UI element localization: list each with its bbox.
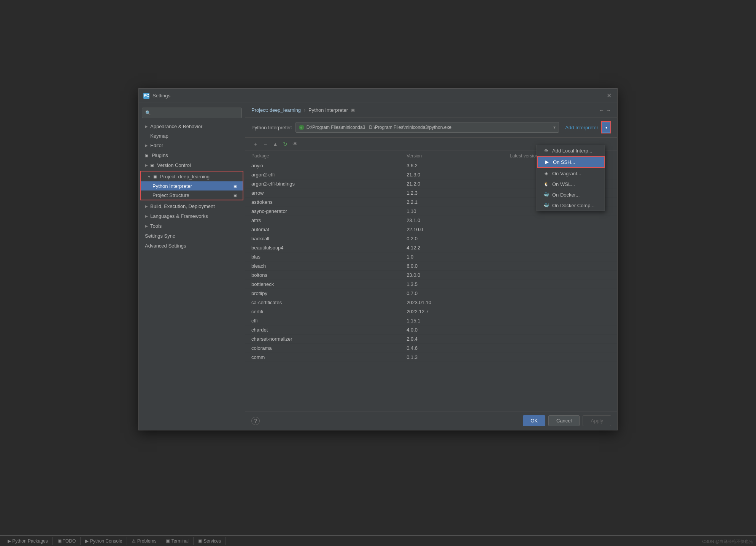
sidebar-item-label: Settings Sync	[145, 233, 175, 239]
dropdown-item-on-docker[interactable]: 🐳 On Docker...	[537, 189, 605, 200]
sidebar-item-project-structure[interactable]: Project Structure ▣	[141, 190, 243, 200]
sidebar-item-python-interpreter[interactable]: Python Interpreter ▣	[141, 181, 243, 190]
sidebar-item-label: Appearance & Behavior	[150, 124, 202, 129]
breadcrumb-parent[interactable]: Project: deep_learning	[251, 107, 301, 113]
table-row[interactable]: backcall0.2.0	[245, 234, 617, 243]
cell-version: 23.0.0	[400, 271, 503, 280]
cell-latest	[504, 325, 617, 335]
help-button[interactable]: ?	[251, 417, 260, 425]
back-arrow[interactable]: ←	[599, 107, 604, 113]
table-row[interactable]: bleach6.0.0	[245, 262, 617, 271]
cell-version: 1.10	[400, 207, 503, 216]
sidebar-item-plugins[interactable]: ▣ Plugins	[139, 150, 245, 160]
table-row[interactable]: boltons23.0.0	[245, 271, 617, 280]
expand-icon: ▶	[145, 224, 148, 228]
eye-button[interactable]: 👁	[291, 140, 299, 148]
add-interpreter-button[interactable]: Add Interpreter	[562, 123, 601, 132]
sidebar-item-tools[interactable]: ▶ Tools	[139, 221, 245, 231]
tab-python-packages[interactable]: ▶ Python Packages	[3, 537, 53, 545]
table-row[interactable]: beautifulsoup44.12.2	[245, 243, 617, 252]
dropdown-item-label: On Vagrant...	[552, 171, 581, 176]
sidebar-item-version-control[interactable]: ▶ ▣ Version Control	[139, 160, 245, 170]
ok-button[interactable]: OK	[523, 415, 545, 426]
sidebar-item-build[interactable]: ▶ Build, Execution, Deployment	[139, 201, 245, 211]
add-package-button[interactable]: +	[251, 140, 260, 148]
cell-latest	[504, 243, 617, 252]
forward-arrow[interactable]: →	[606, 107, 611, 113]
table-row[interactable]: charset-normalizer2.0.4	[245, 335, 617, 344]
bottom-bar: ▶ Python Packages ▣ TODO ▶ Python Consol…	[0, 535, 756, 546]
refresh-button[interactable]: ↻	[281, 140, 289, 148]
plugin-icon: ▣	[145, 153, 149, 157]
close-button[interactable]: ✕	[605, 92, 613, 100]
cell-latest	[504, 271, 617, 280]
dropdown-item-on-vagrant[interactable]: ◈ On Vagrant...	[537, 168, 605, 179]
cancel-button[interactable]: Cancel	[548, 415, 580, 426]
table-row[interactable]: blas1.0	[245, 252, 617, 262]
breadcrumb: Project: deep_learning › Python Interpre…	[245, 103, 617, 117]
cell-package: brotlipy	[245, 289, 400, 298]
sidebar-item-label: Keymap	[150, 133, 168, 139]
tab-python-console[interactable]: ▶ Python Console	[81, 537, 127, 545]
expand-icon: ▶	[145, 124, 148, 129]
table-row[interactable]: colorama0.4.6	[245, 344, 617, 353]
expand-icon: ▶	[145, 214, 148, 218]
tab-todo[interactable]: ▣ TODO	[53, 537, 81, 545]
cell-version: 2.0.4	[400, 335, 503, 344]
tab-problems[interactable]: ⚠ Problems	[127, 537, 161, 545]
add-interpreter-section: Add Interpreter ▾	[562, 121, 611, 133]
apply-button[interactable]: Apply	[583, 415, 611, 426]
table-row[interactable]: brotlipy0.7.0	[245, 289, 617, 298]
table-row[interactable]: chardet4.0.0	[245, 325, 617, 335]
table-row[interactable]: bottleneck1.3.5	[245, 280, 617, 289]
sidebar-item-settings-sync[interactable]: Settings Sync	[139, 231, 245, 241]
sidebar-item-languages[interactable]: ▶ Languages & Frameworks	[139, 211, 245, 221]
search-box[interactable]: 🔍	[142, 108, 242, 118]
cell-package: boltons	[245, 271, 400, 280]
remove-package-button[interactable]: −	[261, 140, 270, 148]
cell-package: bleach	[245, 262, 400, 271]
wsl-icon: 🐧	[543, 181, 549, 187]
dropdown-item-on-docker-comp[interactable]: 🐳 On Docker Comp...	[537, 200, 605, 211]
table-row[interactable]: attrs23.1.0	[245, 216, 617, 225]
cell-version: 6.0.0	[400, 262, 503, 271]
cell-version: 0.7.0	[400, 289, 503, 298]
title-bar-left: PC Settings	[143, 93, 170, 99]
cell-package: chardet	[245, 325, 400, 335]
breadcrumb-separator: ›	[304, 108, 305, 113]
cell-version: 22.10.0	[400, 225, 503, 234]
interpreter-selector[interactable]: ⊙ D:\Program Files\miniconda3 D:\Program…	[295, 122, 559, 133]
dropdown-item-add-local[interactable]: ⊕ Add Local Interp...	[537, 145, 605, 156]
sidebar-item-keymap[interactable]: Keymap	[139, 131, 245, 140]
vc-icon: ▣	[150, 163, 155, 167]
dropdown-item-on-wsl[interactable]: 🐧 On WSL...	[537, 179, 605, 189]
table-row[interactable]: comm0.1.3	[245, 353, 617, 362]
table-row[interactable]: automat22.10.0	[245, 225, 617, 234]
sidebar-item-project[interactable]: ▼ ▣ Project: deep_learning	[141, 171, 243, 181]
interpreter-status-icon: ⊙	[299, 125, 304, 130]
tab-terminal[interactable]: ▣ Terminal	[161, 537, 193, 545]
dropdown-item-on-ssh[interactable]: ▶ On SSH...	[537, 156, 605, 168]
sidebar-item-appearance[interactable]: ▶ Appearance & Behavior	[139, 121, 245, 131]
cell-latest	[504, 344, 617, 353]
table-row[interactable]: ca-certificates2023.01.10	[245, 298, 617, 307]
sidebar-item-advanced-settings[interactable]: Advanced Settings	[139, 241, 245, 251]
up-button[interactable]: ▲	[271, 140, 280, 148]
cell-package: bottleneck	[245, 280, 400, 289]
sidebar-item-label: Version Control	[157, 162, 191, 168]
sidebar-item-editor[interactable]: ▶ Editor	[139, 140, 245, 150]
add-interpreter-dropdown-button[interactable]: ▾	[602, 122, 610, 133]
cell-latest	[504, 316, 617, 325]
table-row[interactable]: certifi2022.12.7	[245, 307, 617, 316]
tab-services[interactable]: ▣ Services	[194, 537, 226, 545]
cell-package: comm	[245, 353, 400, 362]
sidebar-item-label: Project: deep_learning	[160, 174, 210, 179]
cell-package: beautifulsoup4	[245, 243, 400, 252]
expand-icon: ▶	[145, 163, 148, 167]
dropdown-item-label: On Docker Comp...	[552, 203, 594, 208]
docker-comp-icon: 🐳	[543, 202, 549, 208]
cell-package: ca-certificates	[245, 298, 400, 307]
table-row[interactable]: cffi1.15.1	[245, 316, 617, 325]
cell-version: 0.1.3	[400, 353, 503, 362]
cell-latest	[504, 262, 617, 271]
